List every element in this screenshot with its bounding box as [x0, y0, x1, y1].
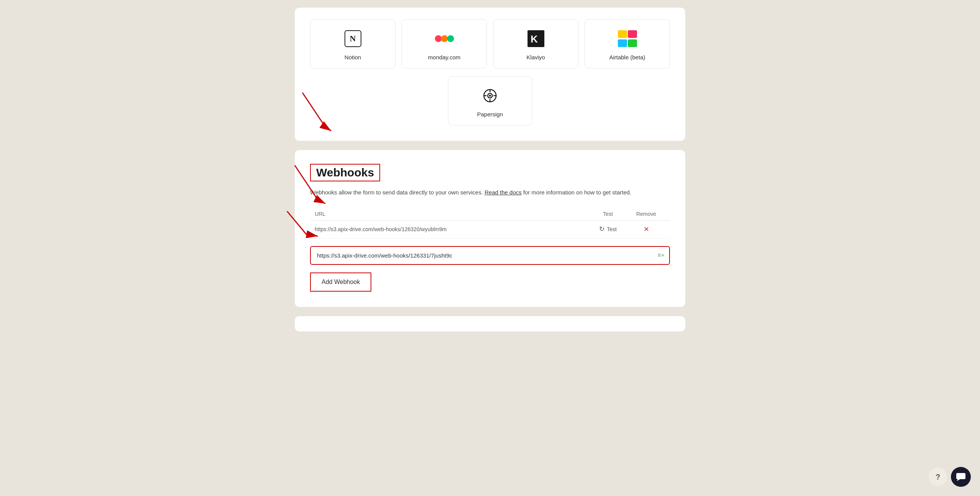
- col-header-url: URL: [315, 211, 589, 217]
- test-label: Test: [607, 226, 617, 232]
- webhook-input-row: ≡+: [310, 246, 670, 265]
- svg-point-1: [441, 35, 448, 42]
- svg-point-0: [435, 35, 442, 42]
- list-add-icon: ≡+: [657, 252, 665, 259]
- integration-item-monday[interactable]: monday.com: [402, 19, 487, 69]
- table-row: https://s3.apix-drive.com/web-hooks/1263…: [310, 220, 670, 238]
- help-button[interactable]: ?: [929, 468, 947, 486]
- svg-marker-18: [957, 479, 960, 481]
- bottom-card: [295, 316, 685, 331]
- integration-name-papersign: Papersign: [477, 111, 503, 117]
- refresh-icon: ↻: [599, 225, 604, 233]
- svg-rect-8: [628, 39, 637, 47]
- webhooks-description: Webhooks allow the form to send data dir…: [310, 188, 670, 197]
- read-docs-link[interactable]: Read the docs: [485, 189, 522, 196]
- remove-cell: ✕: [627, 225, 665, 233]
- webhook-url-input[interactable]: [310, 246, 670, 265]
- chat-button[interactable]: [951, 467, 971, 487]
- webhooks-title-box: Webhooks: [310, 164, 380, 181]
- integration-item-airtable[interactable]: Airtable (beta): [585, 19, 670, 69]
- svg-point-2: [447, 35, 454, 42]
- col-header-remove: Remove: [627, 211, 665, 217]
- klaviyo-icon: K: [526, 29, 546, 49]
- add-webhook-button[interactable]: Add Webhook: [311, 273, 371, 291]
- integration-item-papersign[interactable]: Papersign: [448, 76, 532, 126]
- integration-name-klaviyo: Klaviyo: [526, 54, 545, 60]
- col-header-test: Test: [589, 211, 627, 217]
- bottom-buttons: ?: [929, 467, 971, 487]
- svg-rect-17: [956, 473, 965, 479]
- webhooks-table: URL Test Remove https://s3.apix-drive.co…: [310, 208, 670, 238]
- chat-icon: [956, 473, 966, 481]
- webhooks-desc-text: Webhooks allow the form to send data dir…: [310, 189, 483, 196]
- webhook-url-cell: https://s3.apix-drive.com/web-hooks/1263…: [315, 226, 589, 232]
- papersign-icon: [480, 86, 500, 106]
- svg-text:K: K: [531, 33, 538, 45]
- monday-icon: [434, 29, 454, 49]
- integration-grid: N Notion monday.com: [310, 19, 670, 69]
- integration-item-klaviyo[interactable]: K Klaviyo: [493, 19, 578, 69]
- integration-name-notion: Notion: [345, 54, 361, 60]
- svg-rect-7: [618, 39, 627, 47]
- svg-rect-5: [618, 30, 627, 38]
- add-webhook-button-wrapper: Add Webhook: [310, 272, 371, 292]
- webhooks-card: Webhooks Webhooks allow the form to send…: [295, 150, 685, 307]
- integration-item-notion[interactable]: N Notion: [310, 19, 395, 69]
- test-button[interactable]: ↻ Test: [589, 225, 627, 233]
- integration-name-monday: monday.com: [428, 54, 461, 60]
- integration-name-airtable: Airtable (beta): [609, 54, 645, 60]
- notion-icon: N: [343, 29, 363, 49]
- webhooks-title: Webhooks: [316, 166, 374, 179]
- svg-point-15: [489, 95, 491, 97]
- airtable-icon: [617, 29, 637, 49]
- papersign-row: Papersign: [310, 76, 670, 126]
- integrations-card: N Notion monday.com: [295, 8, 685, 141]
- table-header: URL Test Remove: [310, 208, 670, 220]
- svg-rect-6: [628, 30, 637, 38]
- remove-button[interactable]: ✕: [644, 225, 649, 233]
